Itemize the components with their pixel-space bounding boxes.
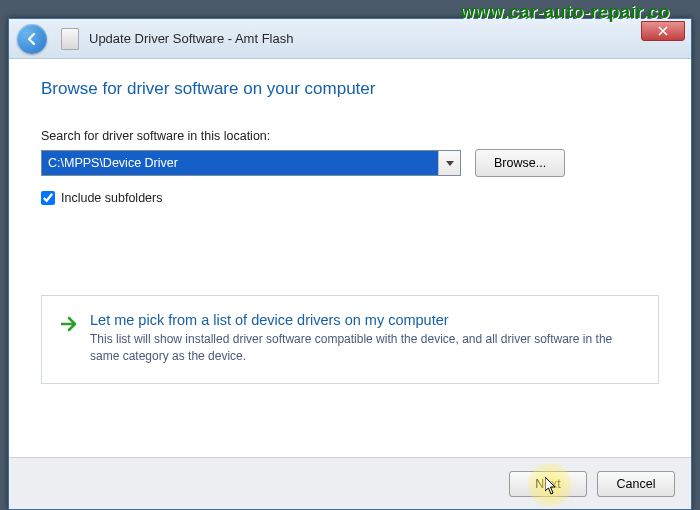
chevron-down-icon [446, 161, 454, 166]
path-value: C:\MPPS\Device Driver [42, 151, 438, 175]
close-button[interactable] [641, 21, 685, 41]
include-subfolders-checkbox[interactable] [41, 191, 55, 205]
option-text: Let me pick from a list of device driver… [90, 312, 640, 365]
browse-button[interactable]: Browse... [475, 149, 565, 177]
watermark-text: www.car-auto-repair.co [461, 2, 670, 23]
window-title: Update Driver Software - Amt Flash [89, 31, 293, 46]
titlebar: Update Driver Software - Amt Flash [9, 19, 691, 59]
close-icon [658, 26, 668, 36]
include-subfolders-label: Include subfolders [61, 191, 162, 205]
back-arrow-icon [24, 31, 40, 47]
back-button[interactable] [17, 24, 47, 54]
pick-from-list-option[interactable]: Let me pick from a list of device driver… [41, 295, 659, 384]
next-button[interactable]: Next [509, 471, 587, 497]
page-heading: Browse for driver software on your compu… [41, 79, 659, 99]
cancel-button[interactable]: Cancel [597, 471, 675, 497]
app-icon [61, 28, 79, 50]
next-button-label: Next [535, 477, 561, 491]
path-combobox[interactable]: C:\MPPS\Device Driver [41, 150, 461, 176]
option-title: Let me pick from a list of device driver… [90, 312, 640, 328]
driver-update-window: Update Driver Software - Amt Flash Brows… [8, 18, 692, 510]
option-description: This list will show installed driver sof… [90, 331, 640, 365]
path-input-row: C:\MPPS\Device Driver Browse... [41, 149, 659, 177]
content-area: Browse for driver software on your compu… [9, 59, 691, 457]
arrow-right-icon [60, 315, 78, 333]
include-subfolders-row[interactable]: Include subfolders [41, 191, 659, 205]
footer-buttons: Next Cancel [9, 457, 691, 509]
combo-dropdown-arrow[interactable] [438, 151, 460, 175]
search-location-label: Search for driver software in this locat… [41, 129, 659, 143]
